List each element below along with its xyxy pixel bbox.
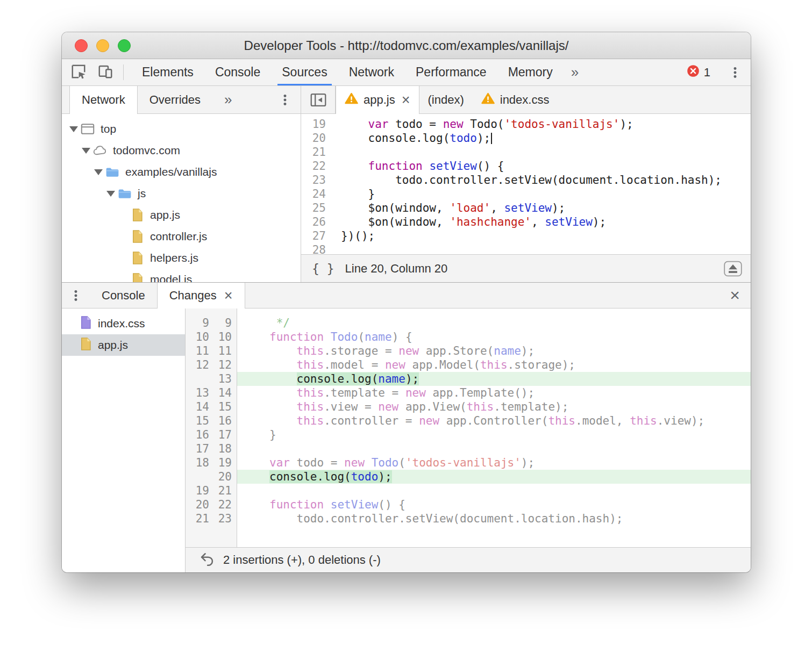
diff-row[interactable]: 1010function Todo(name) {: [186, 330, 751, 344]
diff-code-line: console.log(todo);: [237, 470, 751, 484]
code-line[interactable]: 22 function setView() {: [301, 159, 751, 173]
diff-row[interactable]: 1819var todo = new Todo('todos-vanillajs…: [186, 456, 751, 470]
drawer-tab-bar: Console Changes × ×: [62, 283, 751, 309]
line-number[interactable]: 19: [301, 117, 332, 131]
code-text: console.log(todo);: [332, 131, 492, 145]
code-editor[interactable]: 19 var todo = new Todo('todos-vanillajs'…: [301, 114, 751, 254]
tab-console[interactable]: Console: [90, 283, 157, 308]
diff-code-line: var todo = new Todo('todos-vanillajs');: [237, 456, 751, 470]
line-number[interactable]: 26: [301, 215, 332, 229]
cursor-position-status: Line 20, Column 20: [345, 262, 448, 276]
close-changes-tab-icon[interactable]: ×: [224, 289, 233, 303]
expand-arrow-icon[interactable]: [67, 126, 80, 132]
diff-line-numbers: 1617: [186, 428, 237, 442]
tree-item-controller-js[interactable]: controller.js: [62, 226, 301, 247]
diff-row[interactable]: 2123 todo.controller.setView(document.lo…: [186, 512, 751, 526]
tree-item-app-js[interactable]: app.js: [62, 204, 301, 226]
diff-code-line: this.view = new app.View(this.template);: [237, 400, 751, 414]
navigator-menu-kebab-icon[interactable]: [278, 86, 301, 113]
editor-tab-app-js[interactable]: app.js×: [336, 86, 419, 114]
tree-item-top[interactable]: top: [62, 118, 301, 140]
code-line[interactable]: 28: [301, 243, 751, 254]
tree-item-js[interactable]: js: [62, 183, 301, 204]
diff-row[interactable]: 1212 this.model = new app.Model(this.sto…: [186, 358, 751, 372]
diff-code-line: console.log(name);: [237, 372, 751, 386]
code-line[interactable]: 24 }: [301, 187, 751, 201]
changed-file-index-css[interactable]: index.css: [62, 313, 185, 334]
diff-line-numbers: 99: [186, 316, 237, 330]
tab-memory[interactable]: Memory: [497, 59, 564, 85]
tab-overrides[interactable]: Overrides: [138, 86, 212, 113]
diff-row[interactable]: 1617}: [186, 428, 751, 442]
code-line[interactable]: 25 $on(window, 'load', setView);: [301, 201, 751, 215]
code-line[interactable]: 26 $on(window, 'hashchange', setView);: [301, 215, 751, 229]
code-line[interactable]: 23 todo.controller.setView(document.loca…: [301, 173, 751, 187]
line-number[interactable]: 24: [301, 187, 332, 201]
diff-row[interactable]: 2022function setView() {: [186, 498, 751, 512]
device-toolbar-icon[interactable]: [97, 63, 113, 82]
expand-arrow-icon[interactable]: [80, 148, 92, 154]
diff-row[interactable]: 13 console.log(name);: [186, 372, 751, 386]
zoom-window-button[interactable]: [118, 39, 131, 52]
line-number[interactable]: 21: [301, 145, 332, 159]
diff-row[interactable]: 99 */: [186, 316, 751, 330]
diff-row[interactable]: 1111 this.storage = new app.Store(name);: [186, 344, 751, 358]
tab-changes[interactable]: Changes ×: [157, 283, 245, 309]
old-line-number: 12: [186, 358, 209, 372]
tab-console[interactable]: Console: [204, 59, 271, 85]
expand-arrow-icon[interactable]: [104, 191, 117, 197]
tab-network-files[interactable]: Network: [69, 86, 138, 114]
revert-icon[interactable]: [200, 551, 215, 569]
tree-item-model-js[interactable]: model.js: [62, 269, 301, 282]
diff-row[interactable]: 1718: [186, 442, 751, 456]
diff-line-numbers: 1921: [186, 484, 237, 498]
code-line[interactable]: 20 console.log(todo);: [301, 131, 751, 145]
close-tab-icon[interactable]: ×: [402, 93, 410, 107]
main-tab-strip: ElementsConsoleSourcesNetworkPerformance…: [131, 59, 564, 85]
diff-row[interactable]: 1516 this.controller = new app.Controlle…: [186, 414, 751, 428]
tree-item-helpers-js[interactable]: helpers.js: [62, 247, 301, 269]
code-line[interactable]: 27})();: [301, 229, 751, 243]
code-text: [332, 243, 341, 254]
tree-item-todomvc-com[interactable]: todomvc.com: [62, 140, 301, 161]
diff-row[interactable]: 20console.log(todo);: [186, 470, 751, 484]
code-line[interactable]: 21: [301, 145, 751, 159]
line-number[interactable]: 22: [301, 159, 332, 173]
tab-elements[interactable]: Elements: [131, 59, 204, 85]
main-menu-kebab-icon[interactable]: [728, 66, 742, 80]
more-navigator-tabs-button[interactable]: »: [212, 86, 244, 113]
minimize-window-button[interactable]: [96, 39, 109, 52]
close-window-button[interactable]: [75, 39, 88, 52]
line-number[interactable]: 28: [301, 243, 332, 254]
tab-network[interactable]: Network: [338, 59, 405, 85]
inspect-element-icon[interactable]: [70, 63, 87, 82]
drawer-menu-kebab-icon[interactable]: [62, 283, 90, 308]
diff-row[interactable]: 1415 this.view = new app.View(this.templ…: [186, 400, 751, 414]
old-line-number: 17: [186, 442, 209, 456]
eject-icon[interactable]: [724, 261, 742, 277]
tree-item-examples-vanillajs[interactable]: examples/vanillajs: [62, 161, 301, 183]
diff-row[interactable]: 1921: [186, 484, 751, 498]
tree-item-label: examples/vanillajs: [125, 166, 217, 178]
line-number[interactable]: 27: [301, 229, 332, 243]
pretty-print-button[interactable]: { }: [312, 262, 334, 276]
hide-navigator-icon[interactable]: [301, 86, 336, 113]
changed-file-app-js[interactable]: app.js: [62, 334, 185, 356]
line-number[interactable]: 23: [301, 173, 332, 187]
old-line-number: 11: [186, 344, 209, 358]
editor-tab-index[interactable]: (index): [419, 86, 473, 113]
line-number[interactable]: 25: [301, 201, 332, 215]
close-drawer-icon[interactable]: ×: [730, 283, 751, 308]
diff-row[interactable]: 1314 this.template = new app.Template();: [186, 386, 751, 400]
editor-tab-label: (index): [428, 93, 464, 107]
code-line[interactable]: 19 var todo = new Todo('todos-vanillajs'…: [301, 117, 751, 131]
editor-tab-index-css[interactable]: index.css: [473, 86, 558, 113]
more-panels-button[interactable]: »: [564, 59, 586, 85]
text-cursor: [491, 133, 492, 144]
error-count-badge[interactable]: 1: [687, 64, 710, 81]
cloud-icon: [92, 145, 108, 156]
tab-sources[interactable]: Sources: [271, 59, 338, 85]
line-number[interactable]: 20: [301, 131, 332, 145]
tab-performance[interactable]: Performance: [405, 59, 497, 85]
expand-arrow-icon[interactable]: [92, 169, 105, 175]
